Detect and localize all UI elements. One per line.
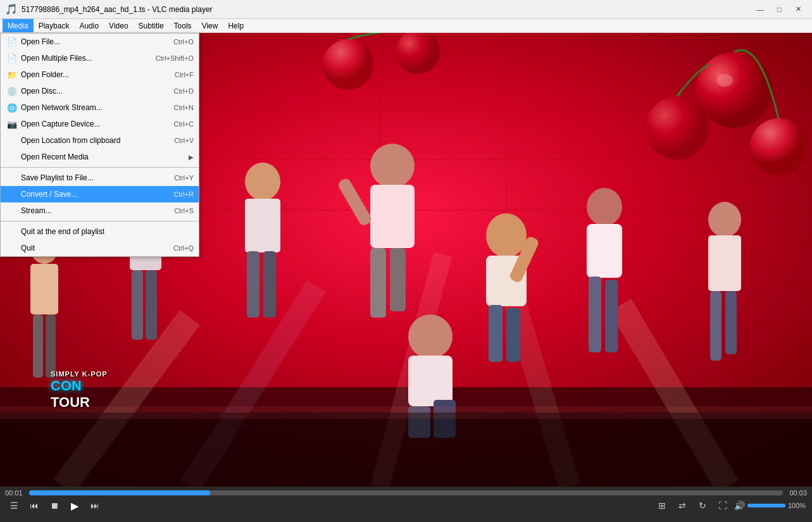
convert-save-label: Convert / Save...: [21, 190, 174, 199]
menu-item-subtitle[interactable]: Subtitle: [134, 19, 169, 32]
open-recent-label: Open Recent Media: [21, 152, 189, 161]
volume-slider[interactable]: [747, 504, 785, 507]
menu-item-audio[interactable]: Audio: [74, 19, 104, 32]
quit-end-icon: [6, 225, 18, 238]
media-dropdown-menu: 📄 Open File... Ctrl+O 📄 Open Multiple Fi…: [0, 33, 199, 257]
channel-line3: TOUR: [51, 394, 108, 411]
save-playlist-shortcut: Ctrl+Y: [174, 174, 194, 182]
menu-bar: Media Playback Audio Video Subtitle Tool…: [0, 19, 812, 33]
open-disc-icon: 💿: [6, 85, 18, 97]
menu-item-media[interactable]: Media: [3, 19, 34, 32]
next-button[interactable]: ⏭: [86, 498, 104, 513]
open-capture-shortcut: Ctrl+C: [174, 120, 194, 128]
channel-line1: SIMPLY K-POP: [51, 370, 108, 378]
prev-button[interactable]: ⏮: [25, 498, 43, 513]
menu-item-playback[interactable]: Playback: [34, 19, 75, 32]
volume-fill: [747, 504, 785, 507]
close-button[interactable]: ✕: [789, 3, 807, 16]
open-location-shortcut: Ctrl+V: [174, 137, 194, 144]
menu-open-file[interactable]: 📄 Open File... Ctrl+O: [1, 34, 199, 50]
open-recent-icon: [6, 151, 18, 163]
menu-quit[interactable]: Quit Ctrl+Q: [1, 240, 199, 256]
open-multiple-icon: 📄: [6, 52, 18, 65]
menu-open-multiple[interactable]: 📄 Open Multiple Files... Ctrl+Shift+O: [1, 50, 199, 66]
open-location-label: Open Location from clipboard: [21, 136, 174, 145]
quit-label: Quit: [21, 244, 173, 252]
toggle-playlist-button[interactable]: ☰: [5, 498, 23, 513]
menu-separator-1: [1, 167, 199, 168]
seek-bar[interactable]: [29, 490, 783, 495]
open-network-label: Open Network Stream...: [21, 103, 174, 112]
menu-stream[interactable]: Stream... Ctrl+S: [1, 202, 199, 219]
menu-open-disc[interactable]: 💿 Open Disc... Ctrl+D: [1, 83, 199, 99]
quit-shortcut: Ctrl+Q: [173, 244, 194, 252]
title-bar-controls: — □ ✕: [751, 3, 807, 16]
stream-icon: [6, 204, 18, 217]
open-disc-label: Open Disc...: [21, 87, 174, 96]
menu-open-recent[interactable]: Open Recent Media ▶: [1, 149, 199, 165]
channel-line2: CON: [51, 378, 108, 394]
window-title: 517798886_mp4_h264_aac_hd_1.ts - VLC med…: [22, 5, 213, 14]
quit-icon: [6, 242, 18, 254]
repeat-button[interactable]: ↻: [694, 498, 711, 513]
fullscreen-button[interactable]: ⛶: [714, 498, 732, 513]
svg-rect-65: [0, 406, 812, 419]
menu-open-location[interactable]: Open Location from clipboard Ctrl+V: [1, 132, 199, 149]
stream-shortcut: Ctrl+S: [174, 207, 194, 214]
open-recent-arrow-icon: ▶: [189, 154, 194, 161]
stop-button[interactable]: ⏹: [46, 498, 63, 513]
open-multiple-label: Open Multiple Files...: [21, 54, 155, 63]
menu-item-video[interactable]: Video: [104, 19, 133, 32]
channel-logo-overlay: SIMPLY K-POP CON TOUR: [51, 370, 108, 411]
save-playlist-icon: [6, 171, 18, 184]
controls-bar: 00:01 00:03 ☰ ⏮ ⏹ ▶ ⏭ ⊞ ⇄ ↻ ⛶ 🔊 100%: [0, 487, 812, 522]
quit-end-label: Quit at the end of playlist: [21, 227, 194, 236]
volume-label: 100%: [788, 502, 807, 509]
menu-separator-2: [1, 221, 199, 221]
minimize-button[interactable]: —: [751, 3, 769, 16]
menu-open-capture[interactable]: 📷 Open Capture Device... Ctrl+C: [1, 116, 199, 132]
title-bar-left: 🎵 517798886_mp4_h264_aac_hd_1.ts - VLC m…: [5, 3, 213, 15]
menu-item-view[interactable]: View: [197, 19, 223, 32]
open-network-icon: 🌐: [6, 101, 18, 114]
vlc-logo-icon: 🎵: [5, 3, 18, 15]
menu-open-folder[interactable]: 📁 Open Folder... Ctrl+F: [1, 66, 199, 83]
stream-label: Stream...: [21, 206, 174, 215]
time-total: 00:03: [787, 489, 807, 497]
time-elapsed: 00:01: [5, 489, 25, 497]
open-capture-label: Open Capture Device...: [21, 120, 174, 128]
open-folder-shortcut: Ctrl+F: [175, 71, 194, 78]
menu-quit-end[interactable]: Quit at the end of playlist: [1, 223, 199, 240]
maximize-button[interactable]: □: [770, 3, 788, 16]
open-capture-icon: 📷: [6, 118, 18, 130]
open-file-shortcut: Ctrl+O: [173, 38, 194, 46]
open-disc-shortcut: Ctrl+D: [174, 87, 194, 95]
menu-item-help[interactable]: Help: [223, 19, 249, 32]
extended-settings-button[interactable]: ⊞: [653, 498, 671, 513]
title-bar: 🎵 517798886_mp4_h264_aac_hd_1.ts - VLC m…: [0, 0, 812, 19]
open-file-icon: 📄: [6, 35, 18, 48]
open-folder-icon: 📁: [6, 68, 18, 81]
menu-save-playlist[interactable]: Save Playlist to File... Ctrl+Y: [1, 170, 199, 186]
seek-bar-fill: [29, 490, 210, 495]
open-multiple-shortcut: Ctrl+Shift+O: [155, 54, 194, 62]
svg-rect-64: [0, 413, 812, 487]
menu-item-tools[interactable]: Tools: [169, 19, 197, 32]
open-file-label: Open File...: [21, 37, 173, 46]
convert-save-icon: [6, 188, 18, 201]
convert-save-shortcut: Ctrl+R: [174, 190, 194, 198]
volume-area: 🔊 100%: [734, 500, 807, 511]
playback-controls-row: ☰ ⏮ ⏹ ▶ ⏭ ⊞ ⇄ ↻ ⛶ 🔊 100%: [0, 497, 812, 514]
menu-open-network[interactable]: 🌐 Open Network Stream... Ctrl+N: [1, 99, 199, 116]
save-playlist-label: Save Playlist to File...: [21, 173, 174, 182]
seek-bar-row: 00:01 00:03: [0, 487, 812, 497]
open-location-icon: [6, 134, 18, 147]
menu-convert-save[interactable]: Convert / Save... Ctrl+R: [1, 186, 199, 202]
play-pause-button[interactable]: ▶: [66, 498, 84, 513]
open-folder-label: Open Folder...: [21, 70, 175, 79]
volume-button[interactable]: 🔊: [734, 500, 745, 511]
shuffle-button[interactable]: ⇄: [673, 498, 691, 513]
open-network-shortcut: Ctrl+N: [174, 104, 194, 111]
